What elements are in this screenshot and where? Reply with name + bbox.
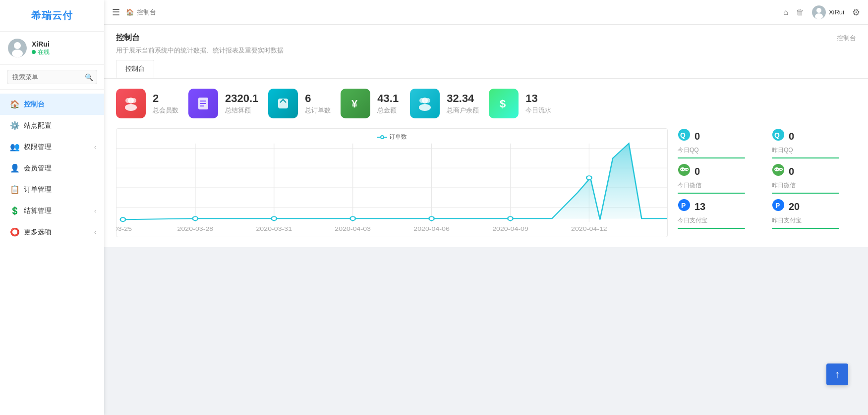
tab-控制台[interactable]: 控制台	[116, 60, 154, 78]
sidebar-item-permission[interactable]: 👥 权限管理 ‹	[0, 136, 104, 157]
stat-value-members: 2	[153, 92, 178, 105]
pay-icon-yesterday_qq: Q	[772, 128, 785, 144]
svg-point-16	[419, 98, 424, 103]
scroll-top-button[interactable]: ↑	[826, 363, 848, 385]
svg-point-49	[680, 167, 685, 171]
stat-card-merchant: 32.34 总商户余额	[410, 89, 479, 118]
svg-text:¥: ¥	[351, 98, 358, 110]
sidebar-item-dashboard[interactable]: 🏠 控制台	[0, 94, 104, 115]
svg-point-17	[425, 98, 430, 103]
home-icon[interactable]: ⌂	[783, 8, 788, 17]
sidebar-nav: 🏠 控制台 ⚙️ 站点配置 👥 权限管理 ‹ 👤 会员管理 📋 订单管理 💲 结…	[0, 90, 104, 415]
nav-arrow-permission: ‹	[94, 144, 96, 151]
nav-icon-permission: 👥	[10, 142, 19, 152]
topbar-user[interactable]: XiRui	[812, 5, 844, 19]
svg-text:2020-04-12: 2020-04-12	[571, 226, 607, 232]
stats-section: 2 总会员数 2320.1 总结算额 6 总订单数 ¥ 43.1 总金额	[104, 79, 868, 123]
svg-point-56	[774, 167, 779, 171]
avatar	[8, 39, 27, 57]
svg-point-33	[350, 216, 355, 220]
nav-icon-site-config: ⚙️	[10, 121, 19, 130]
pay-value-yesterday_qq: 0	[789, 131, 794, 142]
stat-info-members: 2 总会员数	[153, 92, 178, 115]
pay-stat-yesterday_wechat: 0 昨日微信	[772, 163, 856, 194]
svg-point-7	[125, 98, 130, 103]
settings-icon[interactable]: ⚙	[852, 7, 860, 18]
pay-divider-yesterday_alipay	[772, 228, 839, 229]
breadcrumb: 🏠 控制台	[126, 8, 156, 17]
stat-card-settlement: 2320.1 总结算额	[188, 89, 258, 118]
stat-card-members: 2 总会员数	[116, 89, 178, 118]
svg-point-60	[780, 169, 781, 170]
sidebar-status: 在线	[32, 48, 50, 56]
svg-point-54	[687, 169, 688, 170]
nav-icon-settlement: 💲	[10, 206, 19, 215]
pay-value-today_wechat: 0	[694, 166, 700, 177]
page-breadcrumb-right: 控制台	[837, 34, 856, 43]
svg-point-8	[131, 98, 136, 103]
stat-card-orders: 6 总订单数	[268, 89, 331, 118]
pay-label-today_alipay: 今日支付宝	[678, 216, 762, 225]
pay-value-today_alipay: 13	[694, 201, 705, 212]
app-logo: 希瑞云付	[0, 0, 104, 32]
search-input[interactable]	[7, 70, 97, 84]
stat-info-settlement: 2320.1 总结算额	[225, 92, 258, 115]
svg-text:P: P	[775, 202, 780, 209]
sidebar-item-settlement[interactable]: 💲 结算管理 ‹	[0, 200, 104, 221]
topbar-username: XiRui	[829, 8, 844, 16]
svg-point-9	[125, 104, 137, 111]
topbar-avatar	[812, 5, 826, 19]
stat-info-merchant: 32.34 总商户余额	[447, 92, 479, 115]
sidebar-item-order[interactable]: 📋 订单管理	[0, 179, 104, 200]
svg-text:$: $	[500, 98, 506, 110]
pay-label-yesterday_alipay: 昨日支付宝	[772, 216, 856, 225]
svg-text:03-25: 03-25	[116, 226, 132, 232]
sidebar-item-member[interactable]: 👤 会员管理	[0, 157, 104, 179]
stat-value-settlement: 2320.1	[225, 92, 258, 105]
nav-icon-dashboard: 🏠	[10, 100, 19, 109]
stat-label-merchant: 总商户余额	[447, 106, 479, 115]
sidebar-item-site-config[interactable]: ⚙️ 站点配置	[0, 115, 104, 136]
chart-svg: 03-25 2020-03-28 2020-03-31 2020-04-03 2…	[116, 129, 667, 237]
pay-stat-today_alipay: P 13 今日支付宝	[678, 199, 762, 229]
stat-value-orders: 6	[305, 92, 331, 105]
pay-stat-row-today_alipay: P 13	[678, 199, 762, 214]
nav-label-member: 会员管理	[24, 164, 52, 173]
search-icon: 🔍	[85, 73, 93, 81]
svg-point-32	[272, 216, 277, 220]
stat-info-amount: 43.1 总金额	[377, 92, 399, 115]
svg-point-4	[816, 8, 821, 13]
svg-text:P: P	[681, 202, 686, 209]
sidebar: 希瑞云付 XiRui 在线 🔍 🏠 控制台 ⚙️ 站点配置 👥 权限管	[0, 0, 104, 415]
svg-point-1	[14, 42, 21, 49]
svg-text:2020-04-09: 2020-04-09	[492, 226, 528, 232]
menu-toggle-icon[interactable]: ☰	[112, 7, 120, 18]
stat-label-orders: 总订单数	[305, 106, 331, 115]
chart-container: 订单数	[116, 128, 668, 237]
stat-icon-merchant	[410, 89, 440, 118]
user-info: XiRui 在线	[32, 40, 50, 56]
delete-icon[interactable]: 🗑	[796, 8, 804, 17]
topbar-icons: ⌂ 🗑 XiRui ⚙	[783, 5, 860, 19]
nav-icon-member: 👤	[10, 163, 19, 173]
pay-label-today_wechat: 今日微信	[678, 181, 762, 190]
chart-legend: 订单数	[377, 133, 407, 141]
page-tabs: 控制台	[116, 60, 856, 78]
nav-label-dashboard: 控制台	[24, 100, 45, 109]
pay-divider-yesterday_wechat	[772, 193, 839, 194]
sidebar-item-more[interactable]: ⭕ 更多选项 ‹	[0, 221, 104, 243]
stat-value-merchant: 32.34	[447, 92, 479, 105]
stat-label-members: 总会员数	[153, 106, 178, 115]
pay-stat-row-yesterday_alipay: P 20	[772, 199, 856, 214]
svg-point-61	[781, 169, 782, 170]
page-subtitle: 用于展示当前系统中的统计数据、统计报表及重要实时数据	[116, 46, 856, 60]
main-content: ☰ 🏠 控制台 ⌂ 🗑 XiRui ⚙	[104, 0, 868, 415]
nav-arrow-more: ‹	[94, 229, 96, 236]
pay-icon-today_qq: Q	[678, 128, 691, 144]
pay-divider-today_wechat	[678, 193, 745, 194]
sidebar-search[interactable]: 🔍	[0, 65, 104, 90]
pay-value-today_qq: 0	[694, 131, 700, 142]
svg-point-31	[193, 216, 198, 220]
stat-card-today_flow: $ 13 今日流水	[489, 89, 551, 118]
svg-point-34	[429, 216, 434, 220]
